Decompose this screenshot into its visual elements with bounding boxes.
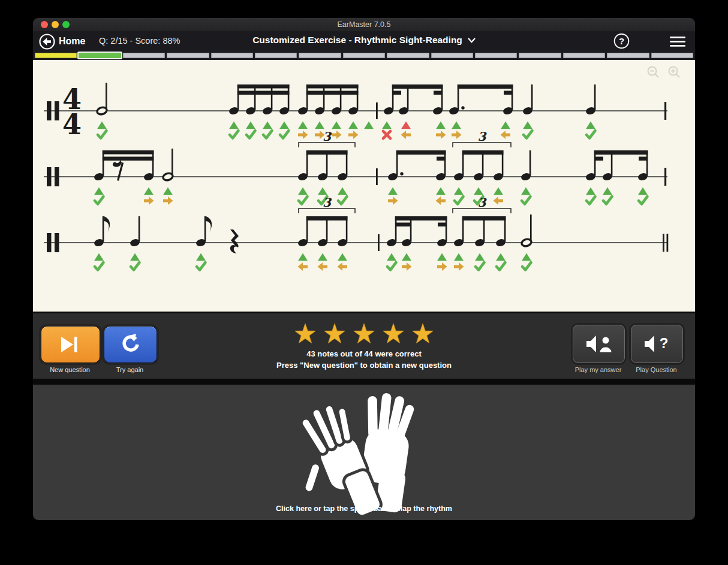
svg-text:3: 3 — [323, 195, 332, 210]
controls-bar: New question Try again 43 notes out of 4… — [33, 312, 695, 379]
speaker-person-icon — [585, 334, 613, 353]
question-circle-icon: ? — [613, 33, 630, 49]
progress-segment-gray — [519, 53, 561, 58]
play-my-answer-button[interactable] — [573, 325, 625, 363]
zoom-in-button[interactable] — [667, 65, 681, 81]
help-button[interactable]: ? — [613, 33, 630, 52]
exercise-title-label: Customized Exercise - Rhythmic Sight-Rea… — [252, 35, 462, 46]
progress-segment-gray — [475, 53, 517, 58]
svg-text:?: ? — [659, 335, 668, 351]
window-title: EarMaster 7.0.5 — [33, 18, 695, 31]
star-icon — [352, 323, 376, 346]
progress-segment-gray — [387, 53, 429, 58]
svg-text:4: 4 — [62, 108, 82, 141]
music-panel: 443333 — [33, 60, 695, 312]
magnifier-plus-icon — [667, 65, 681, 79]
nav-bar: Home Q: 2/15 - Score: 88% Customized Exe… — [33, 31, 695, 52]
clapping-hands-icon — [292, 393, 436, 520]
menu-button[interactable] — [670, 37, 685, 49]
app-window: EarMaster 7.0.5 Home Q: 2/15 - Score: 88… — [33, 18, 695, 520]
progress-segment-yellow — [35, 53, 77, 58]
page-background: EarMaster 7.0.5 Home Q: 2/15 - Score: 88… — [0, 0, 728, 565]
progress-segment-gray — [431, 53, 473, 58]
hamburger-icon — [670, 37, 685, 47]
svg-text:3: 3 — [478, 195, 488, 210]
svg-text:3: 3 — [323, 129, 332, 144]
svg-text:3: 3 — [478, 129, 488, 144]
chevron-down-icon — [468, 38, 476, 43]
title-bar: EarMaster 7.0.5 — [33, 18, 695, 32]
play-question-label: Play Question — [631, 366, 682, 373]
progress-segment-gray — [255, 53, 297, 58]
progress-segment-gray — [299, 53, 341, 58]
progress-segment-gray — [563, 53, 605, 58]
clap-input-panel[interactable]: Click here or tap the space bar to clap … — [33, 385, 695, 520]
speaker-question-icon: ? — [643, 334, 671, 353]
section-divider — [33, 379, 695, 385]
play-my-answer-label: Play my answer — [573, 366, 624, 373]
svg-text:?: ? — [619, 36, 624, 46]
progress-bar — [33, 52, 695, 60]
progress-segment-gray — [123, 53, 165, 58]
magnifier-minus-icon — [646, 65, 660, 79]
star-icon — [323, 323, 347, 346]
star-icon — [411, 323, 435, 346]
play-question-button[interactable]: ? — [631, 325, 683, 363]
progress-segment-gray — [211, 53, 253, 58]
progress-segment-gray — [343, 53, 385, 58]
progress-segment-gray — [651, 53, 693, 58]
clap-caption: Click here or tap the space bar to clap … — [33, 504, 695, 513]
progress-segment-gray — [167, 53, 209, 58]
progress-segment-green-active — [79, 53, 121, 58]
zoom-out-button[interactable] — [646, 65, 660, 81]
exercise-title-dropdown[interactable]: Customized Exercise - Rhythmic Sight-Rea… — [33, 35, 695, 46]
star-icon — [293, 323, 317, 346]
rhythm-score: 443333 — [33, 60, 695, 312]
progress-segment-gray — [607, 53, 649, 58]
star-icon — [381, 323, 405, 346]
